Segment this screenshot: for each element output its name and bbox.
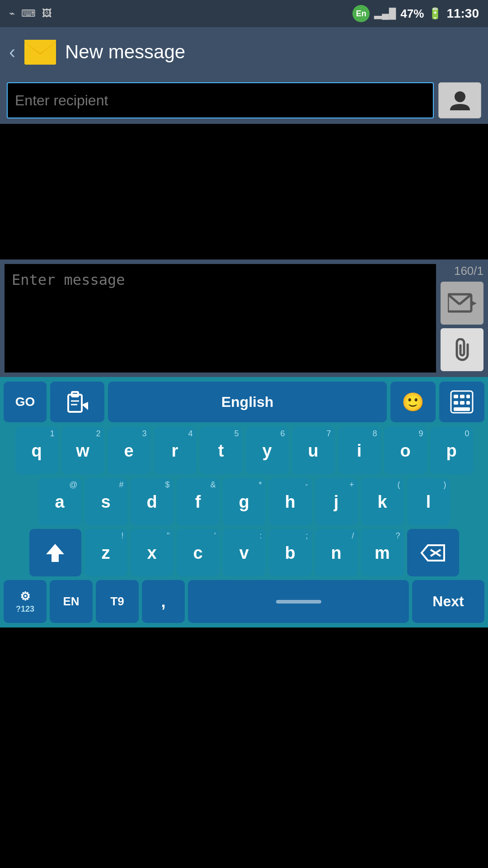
- svg-line-6: [460, 294, 471, 304]
- key-d[interactable]: $d: [131, 478, 174, 525]
- svg-marker-7: [471, 301, 477, 306]
- key-b[interactable]: ;b: [269, 529, 312, 576]
- svg-marker-22: [422, 545, 444, 561]
- battery-percent: 47%: [400, 7, 424, 21]
- signal-icon: ▂▄█: [374, 8, 396, 19]
- settings-key[interactable]: ⚙ ?123: [4, 580, 47, 623]
- keyboard-layout-key[interactable]: [439, 382, 484, 422]
- emoji-key[interactable]: 🙂: [390, 382, 436, 422]
- shift-key[interactable]: [29, 529, 81, 576]
- key-e[interactable]: 3e: [108, 427, 150, 474]
- key-x[interactable]: "x: [131, 529, 174, 576]
- message-actions: 160/1: [441, 264, 483, 373]
- key-c[interactable]: 'c: [177, 529, 220, 576]
- language-key[interactable]: English: [108, 382, 387, 422]
- keyboard-top-row: GO English 🙂: [4, 382, 484, 422]
- key-g[interactable]: *g: [223, 478, 266, 525]
- image-icon: 🖼: [42, 8, 52, 19]
- comma-key[interactable]: ,: [142, 580, 185, 623]
- svg-rect-17: [454, 401, 458, 405]
- key-n[interactable]: /n: [315, 529, 358, 576]
- attach-button[interactable]: [441, 328, 483, 371]
- keyboard-bottom-row: ⚙ ?123 EN T9 , Next: [4, 580, 484, 623]
- svg-marker-21: [46, 544, 64, 562]
- key-w[interactable]: 2w: [61, 427, 104, 474]
- back-button[interactable]: ‹: [9, 41, 15, 63]
- recipient-area: [0, 77, 488, 124]
- app-icon: [24, 40, 56, 65]
- key-p[interactable]: 0p: [430, 427, 473, 474]
- key-h[interactable]: -h: [269, 478, 312, 525]
- svg-rect-25: [276, 600, 321, 604]
- space-key[interactable]: [188, 580, 409, 623]
- svg-rect-15: [460, 395, 465, 398]
- backspace-key[interactable]: [407, 529, 459, 576]
- key-s[interactable]: #s: [84, 478, 127, 525]
- key-j[interactable]: +j: [315, 478, 358, 525]
- clock: 11:30: [446, 6, 479, 21]
- message-compose-area: [0, 124, 488, 259]
- status-left-icons: ⌁ ⌨ 🖼: [9, 8, 52, 19]
- svg-rect-16: [466, 395, 470, 398]
- usb-icon: ⌁: [9, 8, 15, 19]
- battery-icon: 🔋: [428, 7, 442, 20]
- recipient-input[interactable]: [7, 82, 434, 118]
- keyboard-row-1: 1q 2w 3e 4r 5t 6y 7u 8i 9o 0p: [4, 427, 484, 474]
- key-f[interactable]: &f: [177, 478, 220, 525]
- key-i[interactable]: 8i: [338, 427, 381, 474]
- key-m[interactable]: ?m: [361, 529, 404, 576]
- message-input[interactable]: [5, 264, 436, 373]
- key-a[interactable]: @a: [38, 478, 81, 525]
- key-o[interactable]: 9o: [384, 427, 427, 474]
- clipboard-key[interactable]: [50, 382, 104, 422]
- next-key[interactable]: Next: [412, 580, 484, 623]
- svg-line-5: [448, 294, 460, 304]
- page-title: New message: [65, 41, 185, 63]
- contact-picker-button[interactable]: [438, 82, 481, 118]
- key-r[interactable]: 4r: [154, 427, 197, 474]
- key-v[interactable]: :v: [223, 529, 266, 576]
- svg-rect-18: [460, 401, 465, 405]
- svg-rect-20: [454, 407, 470, 411]
- key-y[interactable]: 6y: [246, 427, 289, 474]
- key-k[interactable]: (k: [361, 478, 404, 525]
- svg-rect-19: [466, 401, 470, 405]
- key-q[interactable]: 1q: [15, 427, 58, 474]
- go-key[interactable]: GO: [4, 382, 47, 422]
- app-header: ‹ New message: [0, 27, 488, 77]
- message-input-row: 160/1: [0, 259, 488, 377]
- language-badge: En: [352, 5, 370, 22]
- send-button[interactable]: [441, 282, 483, 325]
- char-count: 160/1: [454, 264, 483, 278]
- status-right-info: En ▂▄█ 47% 🔋 11:30: [352, 5, 479, 22]
- svg-rect-14: [454, 395, 458, 398]
- status-bar: ⌁ ⌨ 🖼 En ▂▄█ 47% 🔋 11:30: [0, 0, 488, 27]
- key-l[interactable]: )l: [407, 478, 450, 525]
- key-t[interactable]: 5t: [200, 427, 243, 474]
- t9-key[interactable]: T9: [96, 580, 139, 623]
- keyboard-row-2: @a #s $d &f *g -h +j (k )l: [4, 478, 484, 525]
- svg-marker-12: [82, 402, 88, 410]
- key-u[interactable]: 7u: [292, 427, 335, 474]
- en-key[interactable]: EN: [50, 580, 93, 623]
- keyboard-icon: ⌨: [21, 8, 36, 19]
- keyboard: GO English 🙂: [0, 377, 488, 627]
- keyboard-row-3: !z "x 'c :v ;b /n ?m: [4, 529, 484, 576]
- key-z[interactable]: !z: [84, 529, 127, 576]
- svg-point-3: [455, 91, 465, 102]
